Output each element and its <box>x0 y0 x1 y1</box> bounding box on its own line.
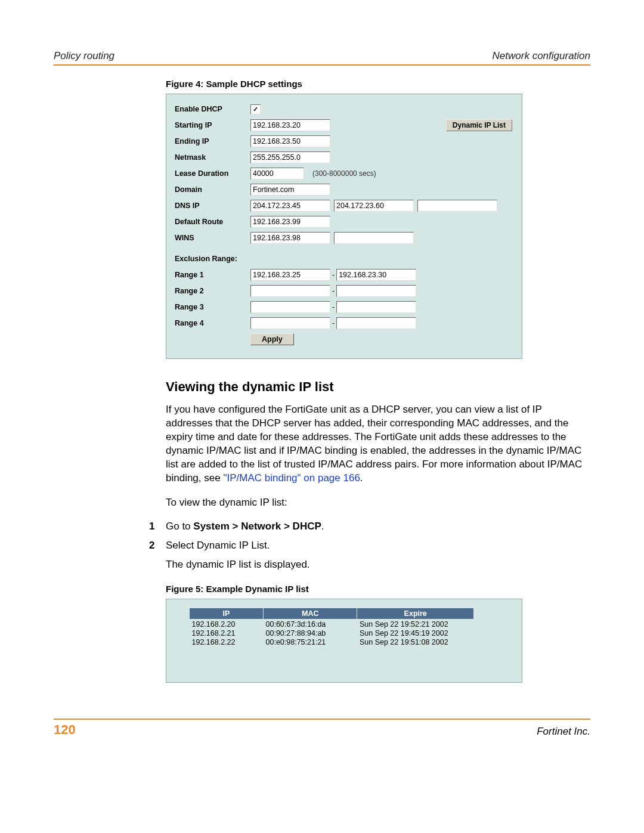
step1-prefix: Go to <box>166 521 193 532</box>
figure5-caption: Figure 5: Example Dynamic IP list <box>166 584 590 594</box>
range3-to-input[interactable] <box>336 301 416 313</box>
step-1-number: 1 <box>149 521 166 532</box>
cell-ip: 192.168.2.22 <box>190 637 264 646</box>
range4-to-input[interactable] <box>336 317 416 329</box>
range4-from-input[interactable] <box>250 317 330 329</box>
domain-label: Domain <box>175 185 250 194</box>
cell-ip: 192.168.2.21 <box>190 628 264 637</box>
range1-to-input[interactable] <box>336 269 416 281</box>
dns-ip-3-input[interactable] <box>417 200 497 212</box>
table-row: 192.168.2.21 00:90:27:88:94:ab Sun Sep 2… <box>190 628 474 637</box>
default-route-label: Default Route <box>175 218 250 226</box>
range3-label: Range 3 <box>175 303 250 311</box>
figure4-caption: Figure 4: Sample DHCP settings <box>166 79 590 89</box>
wins-2-input[interactable] <box>334 232 414 244</box>
step1-path: System > Network > DHCP <box>193 521 321 532</box>
dynamic-ip-list-panel: IP MAC Expire 192.168.2.20 00:60:67:3d:1… <box>166 599 522 683</box>
range2-from-input[interactable] <box>250 285 330 297</box>
domain-input[interactable] <box>250 184 330 196</box>
range1-from-input[interactable] <box>250 269 330 281</box>
header-right: Network configuration <box>493 50 590 62</box>
dns-ip-label: DNS IP <box>175 202 250 210</box>
wins-label: WINS <box>175 234 250 242</box>
dynamic-ip-list-button[interactable]: Dynamic IP List <box>446 119 512 131</box>
starting-ip-input[interactable] <box>250 119 330 131</box>
cell-mac: 00:60:67:3d:16:da <box>264 619 357 628</box>
ending-ip-input[interactable] <box>250 135 330 147</box>
apply-button[interactable]: Apply <box>250 333 294 345</box>
table-row: 192.168.2.20 00:60:67:3d:16:da Sun Sep 2… <box>190 619 474 628</box>
section-paragraph-2: To view the dynamic IP list: <box>166 496 590 510</box>
starting-ip-label: Starting IP <box>175 121 250 129</box>
range3-dash: - <box>332 303 335 311</box>
cell-expire: Sun Sep 22 19:52:21 2002 <box>357 619 474 628</box>
header-rule <box>54 64 590 66</box>
range1-dash: - <box>332 271 335 279</box>
dns-ip-2-input[interactable] <box>334 200 414 212</box>
step-1-body: Go to System > Network > DHCP. <box>166 521 590 532</box>
range2-dash: - <box>332 287 335 295</box>
page-number: 120 <box>54 722 76 738</box>
cell-mac: 00:e0:98:75:21:21 <box>264 637 357 646</box>
col-expire: Expire <box>357 608 474 619</box>
step-2-after: The dynamic IP list is displayed. <box>166 559 590 571</box>
section-heading: Viewing the dynamic IP list <box>166 379 590 395</box>
wins-1-input[interactable] <box>250 232 330 244</box>
step-2-number: 2 <box>149 540 166 552</box>
enable-dhcp-label: Enable DHCP <box>175 105 250 113</box>
step-2-body: Select Dynamic IP List. <box>166 540 590 552</box>
netmask-input[interactable] <box>250 151 330 163</box>
section-paragraph-1: If you have configured the FortiGate uni… <box>166 403 590 485</box>
col-mac: MAC <box>264 608 357 619</box>
exclusion-range-label: Exclusion Range: <box>175 255 237 263</box>
range4-label: Range 4 <box>175 319 250 327</box>
step-2b-spacer <box>149 559 166 571</box>
cell-expire: Sun Sep 22 19:45:19 2002 <box>357 628 474 637</box>
para1-tail: . <box>360 472 363 484</box>
cell-expire: Sun Sep 22 19:51:08 2002 <box>357 637 474 646</box>
para1-text: If you have configured the FortiGate uni… <box>166 404 582 484</box>
range2-label: Range 2 <box>175 287 250 295</box>
ending-ip-label: Ending IP <box>175 137 250 145</box>
cell-mac: 00:90:27:88:94:ab <box>264 628 357 637</box>
enable-dhcp-checkbox[interactable]: ✓ <box>250 104 261 114</box>
header-left: Policy routing <box>54 50 114 62</box>
footer-company: Fortinet Inc. <box>537 726 590 738</box>
col-ip: IP <box>190 608 264 619</box>
default-route-input[interactable] <box>250 216 330 228</box>
step1-suffix: . <box>321 521 324 532</box>
ipmac-binding-link[interactable]: "IP/MAC binding" on page 166 <box>223 472 360 484</box>
range4-dash: - <box>332 319 335 327</box>
lease-duration-hint: (300-8000000 secs) <box>312 169 376 178</box>
dns-ip-1-input[interactable] <box>250 200 330 212</box>
dynamic-ip-table: IP MAC Expire 192.168.2.20 00:60:67:3d:1… <box>189 608 474 646</box>
netmask-label: Netmask <box>175 153 250 162</box>
range3-from-input[interactable] <box>250 301 330 313</box>
table-row: 192.168.2.22 00:e0:98:75:21:21 Sun Sep 2… <box>190 637 474 646</box>
lease-duration-label: Lease Duration <box>175 169 250 178</box>
dhcp-settings-panel: Enable DHCP ✓ Starting IP Dynamic IP Lis… <box>166 94 522 359</box>
lease-duration-input[interactable] <box>250 168 304 179</box>
cell-ip: 192.168.2.20 <box>190 619 264 628</box>
range2-to-input[interactable] <box>336 285 416 297</box>
range1-label: Range 1 <box>175 271 250 279</box>
